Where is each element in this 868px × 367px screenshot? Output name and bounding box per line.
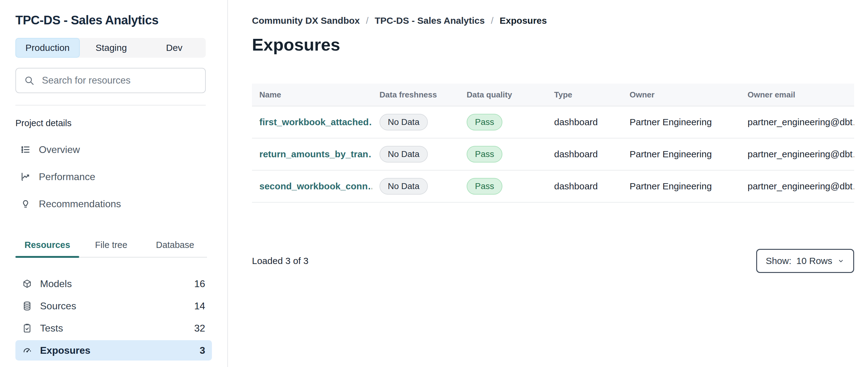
column-header-data-quality: Data quality	[459, 90, 547, 100]
resource-tabs: Resources File tree Database	[16, 238, 207, 257]
column-header-data-freshness: Data freshness	[372, 90, 459, 100]
breadcrumb-separator: /	[366, 16, 368, 26]
cube-icon	[22, 279, 32, 289]
resource-count: 32	[194, 322, 205, 334]
exposure-name-link[interactable]: second_workbook_conn…	[259, 181, 372, 191]
page-title: Exposures	[252, 35, 855, 54]
resource-item-sources[interactable]: Sources 14	[16, 296, 212, 316]
exposure-name-link[interactable]: return_amounts_by_tran…	[259, 149, 372, 159]
nav-item-performance[interactable]: Performance	[16, 163, 212, 190]
clipboard-check-icon	[22, 323, 32, 333]
exposure-owner-email: partner_engineering@dbt…	[740, 117, 854, 128]
nav-item-overview[interactable]: Overview	[16, 136, 212, 163]
show-rows-dropdown[interactable]: Show: 10 Rows	[756, 249, 854, 273]
env-tab-dev[interactable]: Dev	[143, 38, 206, 58]
resource-item-models[interactable]: Models 16	[16, 274, 212, 294]
freshness-badge: No Data	[379, 178, 428, 195]
tab-database[interactable]: Database	[143, 238, 207, 257]
resource-count: 3	[199, 345, 205, 356]
sidebar: TPC-DS - Sales Analytics Production Stag…	[0, 0, 228, 367]
resource-item-tests[interactable]: Tests 32	[16, 318, 212, 338]
env-tab-staging[interactable]: Staging	[80, 38, 143, 58]
exposure-owner: Partner Engineering	[622, 117, 740, 128]
project-nav: Overview Performance Recommendations	[16, 136, 212, 218]
exposure-type: dashboard	[547, 181, 622, 192]
database-icon	[22, 301, 32, 311]
column-header-type: Type	[547, 90, 622, 100]
breadcrumb: Community DX Sandbox / TPC-DS - Sales An…	[252, 16, 855, 26]
table-row: second_workbook_conn… No Data Pass dashb…	[252, 171, 854, 203]
resource-item-label: Tests	[40, 322, 63, 334]
table-footer: Loaded 3 of 3 Show: 10 Rows	[252, 249, 854, 273]
column-header-owner-email: Owner email	[740, 90, 854, 100]
exposure-owner: Partner Engineering	[622, 181, 740, 192]
freshness-badge: No Data	[379, 146, 428, 163]
chart-line-icon	[20, 171, 31, 182]
freshness-badge: No Data	[379, 114, 428, 131]
exposure-owner-email: partner_engineering@dbt…	[740, 181, 854, 192]
chevron-down-icon	[837, 257, 845, 264]
project-details-label: Project details	[16, 118, 212, 129]
tab-file-tree[interactable]: File tree	[79, 238, 143, 257]
list-icon	[20, 144, 31, 155]
sidebar-divider	[16, 105, 206, 106]
quality-badge: Pass	[467, 146, 502, 163]
table-row: return_amounts_by_tran… No Data Pass das…	[252, 139, 854, 171]
exposure-owner-email: partner_engineering@dbt…	[740, 149, 854, 160]
exposures-table: Name Data freshness Data quality Type Ow…	[252, 84, 854, 203]
show-rows-value: 10 Rows	[796, 256, 832, 266]
resource-item-label: Exposures	[40, 345, 91, 356]
table-row: first_workbook_attached… No Data Pass da…	[252, 106, 854, 139]
breadcrumb-project[interactable]: TPC-DS - Sales Analytics	[375, 16, 485, 26]
resource-list: Models 16 Sources 14	[16, 274, 212, 367]
loaded-status: Loaded 3 of 3	[252, 256, 309, 266]
search-icon	[24, 75, 34, 86]
exposure-type: dashboard	[547, 117, 622, 128]
breadcrumb-current: Exposures	[500, 16, 547, 26]
quality-badge: Pass	[467, 114, 502, 131]
tab-resources[interactable]: Resources	[16, 238, 79, 257]
resource-count: 14	[194, 301, 205, 312]
nav-item-label: Overview	[39, 144, 80, 156]
column-header-name: Name	[252, 90, 372, 100]
project-title: TPC-DS - Sales Analytics	[16, 13, 212, 27]
resource-item-label: Sources	[40, 301, 76, 312]
column-header-owner: Owner	[622, 90, 740, 100]
exposure-owner: Partner Engineering	[622, 149, 740, 160]
resource-item-label: Models	[40, 278, 72, 290]
nav-item-label: Performance	[39, 171, 95, 182]
nav-item-label: Recommendations	[39, 198, 121, 210]
gauge-icon	[22, 345, 32, 355]
main-content: Community DX Sandbox / TPC-DS - Sales An…	[228, 0, 868, 367]
show-rows-label: Show:	[766, 256, 791, 266]
search-input[interactable]: Search for resources	[16, 68, 206, 93]
nav-item-recommendations[interactable]: Recommendations	[16, 190, 212, 218]
resource-item-exposures[interactable]: Exposures 3	[16, 340, 212, 361]
resource-item-partial[interactable]	[16, 362, 212, 367]
exposure-type: dashboard	[547, 149, 622, 160]
lightbulb-icon	[20, 199, 31, 209]
breadcrumb-account[interactable]: Community DX Sandbox	[252, 16, 360, 26]
table-header-row: Name Data freshness Data quality Type Ow…	[252, 84, 854, 106]
search-placeholder: Search for resources	[42, 75, 131, 86]
env-tab-production[interactable]: Production	[16, 38, 80, 58]
exposure-name-link[interactable]: first_workbook_attached…	[259, 117, 372, 127]
quality-badge: Pass	[467, 178, 502, 195]
resource-count: 16	[194, 278, 205, 290]
environment-tabs: Production Staging Dev	[16, 38, 206, 58]
breadcrumb-separator: /	[491, 16, 493, 26]
